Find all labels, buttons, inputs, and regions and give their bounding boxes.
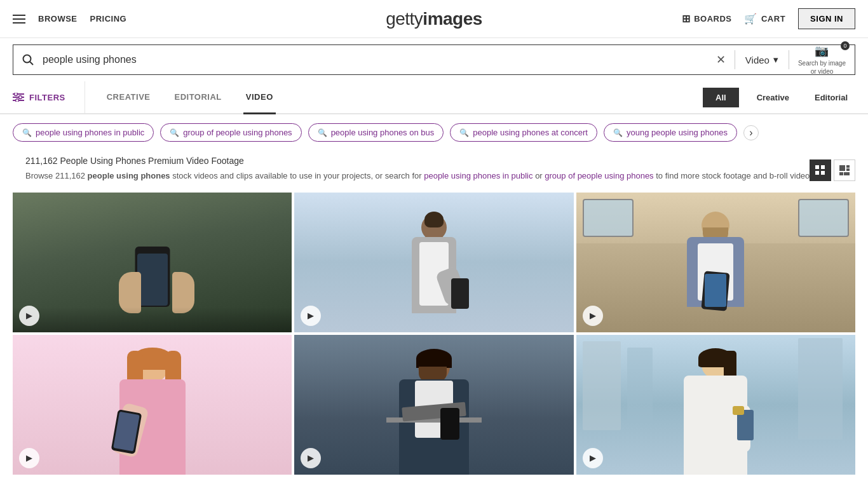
boards-icon: ⊞ (682, 13, 691, 25)
suggestion-chip-public[interactable]: 🔍 people using phones in public (13, 123, 154, 142)
svg-rect-15 (839, 172, 843, 175)
results-info: 211,162 People Using Phones Premium Vide… (13, 153, 844, 187)
view-toggle (810, 159, 855, 181)
suggestions-bar: 🔍 people using phones in public 🔍 group … (0, 114, 868, 151)
suggestion-chip-concert[interactable]: 🔍 people using phones at concert (450, 123, 597, 142)
play-icon-2: ▶ (301, 306, 321, 326)
svg-point-0 (24, 55, 31, 63)
filters-button[interactable]: FILTERS (13, 81, 85, 113)
grid-item-2[interactable]: ▶ (294, 193, 573, 332)
search-by-image-button[interactable]: 0 📷 Search by image or video (789, 44, 855, 76)
logo[interactable]: gettyimages (386, 9, 482, 29)
type-filter-buttons: All Creative Editorial (703, 88, 855, 107)
search-badge: 0 (841, 41, 850, 50)
filters-label: FILTERS (29, 93, 65, 102)
chip-search-icon: 🔍 (318, 128, 327, 137)
svg-rect-13 (846, 165, 850, 168)
play-icon-6: ▶ (583, 448, 603, 468)
chevron-right-icon: › (749, 127, 752, 139)
sign-in-button[interactable]: SIGN IN (798, 8, 855, 29)
boards-button[interactable]: ⊞ BOARDS (682, 13, 732, 25)
all-type-button[interactable]: All (703, 88, 739, 107)
header: BROWSE PRICING gettyimages ⊞ BOARDS 🛒 CA… (0, 0, 868, 38)
creative-type-button[interactable]: Creative (749, 88, 797, 107)
chevron-down-icon: ▾ (773, 54, 778, 65)
chip-search-icon: 🔍 (459, 128, 469, 137)
mosaic-view-button[interactable] (834, 159, 855, 181)
suggestion-chip-young[interactable]: 🔍 young people using phones (604, 123, 737, 142)
svg-point-6 (19, 96, 22, 99)
cart-button[interactable]: 🛒 CART (744, 13, 785, 25)
clear-search-icon[interactable]: ✕ (707, 53, 735, 67)
camera-icon: 📷 (815, 44, 829, 58)
header-right: ⊞ BOARDS 🛒 CART SIGN IN (682, 8, 855, 29)
grid-item-3[interactable]: ▶ (576, 193, 855, 332)
hamburger-menu[interactable] (13, 15, 25, 24)
filter-bar: FILTERS CREATIVE EDITORIAL VIDEO All Cre… (0, 81, 868, 114)
public-link[interactable]: people using phones in public (424, 171, 532, 180)
svg-rect-11 (821, 171, 825, 175)
suggestion-chip-bus[interactable]: 🔍 people using phones on bus (308, 123, 444, 142)
chip-search-icon: 🔍 (613, 128, 623, 137)
media-type-dropdown[interactable]: Video ▾ (735, 54, 789, 65)
play-icon-5: ▶ (301, 448, 321, 468)
svg-rect-9 (821, 165, 825, 169)
svg-rect-14 (846, 168, 850, 171)
search-bar: ✕ Video ▾ 0 📷 Search by image or video (13, 44, 855, 75)
play-icon-3: ▶ (583, 306, 603, 326)
search-input[interactable] (43, 54, 707, 65)
svg-rect-10 (815, 171, 819, 175)
cart-icon: 🛒 (744, 13, 757, 25)
tab-creative[interactable]: CREATIVE (104, 81, 153, 114)
results-count: 211,162 People Using Phones Premium Vide… (25, 156, 831, 166)
logo-part2: images (423, 9, 482, 29)
play-icon-1: ▶ (19, 306, 39, 326)
svg-point-7 (16, 99, 19, 102)
grid-item-1[interactable]: ▶ (13, 193, 292, 332)
header-left: BROWSE PRICING (13, 14, 126, 24)
grid-item-4[interactable]: ▶ (13, 335, 292, 475)
suggestions-next-button[interactable]: › (743, 125, 759, 140)
editorial-type-button[interactable]: Editorial (807, 88, 855, 107)
svg-line-1 (30, 62, 33, 65)
tab-video[interactable]: VIDEO (243, 81, 276, 114)
chip-search-icon: 🔍 (22, 128, 32, 137)
svg-rect-16 (844, 172, 850, 175)
tab-editorial[interactable]: EDITORIAL (172, 81, 224, 114)
svg-point-5 (15, 93, 18, 96)
image-grid: ▶ ▶ (0, 190, 868, 477)
filter-tabs: CREATIVE EDITORIAL VIDEO (104, 81, 703, 113)
logo-part1: getty (386, 9, 423, 29)
svg-rect-8 (815, 165, 819, 169)
browse-nav[interactable]: BROWSE (38, 14, 78, 24)
grid-item-6[interactable]: ▶ (576, 335, 855, 475)
group-link[interactable]: group of people using phones (545, 171, 653, 180)
results-description: Browse 211,162 people using phones stock… (25, 170, 831, 182)
grid-view-button[interactable] (810, 159, 831, 181)
search-submit-icon[interactable] (13, 54, 43, 65)
suggestion-chip-group[interactable]: 🔍 group of people using phones (160, 123, 301, 142)
play-icon-4: ▶ (19, 448, 39, 468)
chip-search-icon: 🔍 (170, 128, 179, 137)
results-header: 211,162 People Using Phones Premium Vide… (0, 151, 868, 190)
grid-item-5[interactable]: ▶ (294, 335, 573, 475)
svg-rect-12 (839, 165, 845, 171)
pricing-nav[interactable]: PRICING (90, 14, 127, 24)
